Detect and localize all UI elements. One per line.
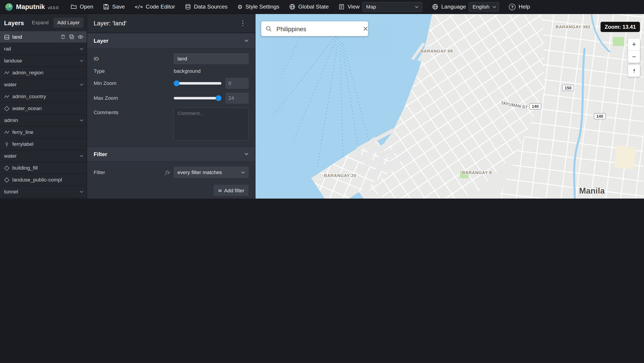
kebab-menu-icon[interactable]: ⋮ [237, 19, 248, 28]
duplicate-layer-icon[interactable] [69, 34, 74, 40]
chevron-down-icon [415, 6, 418, 8]
chevron-down-icon [80, 190, 83, 193]
comments-label: Comments [94, 108, 174, 116]
max-zoom-row: Max Zoom [87, 91, 255, 106]
code-editor-button[interactable]: </> Code Editor [134, 4, 175, 10]
globe-icon [289, 4, 295, 10]
layer-row-label: water [4, 153, 77, 159]
toggle-visibility-eye-icon[interactable] [78, 34, 83, 40]
layer-type-value[interactable]: background [174, 68, 200, 74]
geocoder-search [261, 21, 368, 36]
section-header-filter[interactable]: Filter [87, 146, 255, 162]
comments-textarea[interactable] [174, 108, 248, 140]
layers-sidebar: Layers Expand Add Layer land rail landu [0, 14, 87, 198]
section-header-layer[interactable]: Layer [87, 33, 255, 48]
layer-row[interactable]: admin_country [0, 91, 87, 103]
expression-fx-icon[interactable]: ƒx [165, 169, 170, 175]
min-zoom-slider[interactable] [174, 78, 221, 89]
add-filter-row: ≡ Add filter [87, 180, 255, 198]
layer-row[interactable]: rail [0, 43, 87, 55]
view-menu[interactable]: View Map [339, 2, 422, 12]
slider-handle[interactable] [216, 95, 222, 101]
compass-icon [631, 68, 637, 74]
background-layer-icon [4, 34, 10, 40]
save-button[interactable]: Save [103, 4, 125, 10]
map-label: BARANGAY 99 [420, 48, 453, 54]
add-layer-button[interactable]: Add Layer [54, 18, 83, 28]
layer-row[interactable]: landuse [0, 55, 87, 67]
max-zoom-label: Max Zoom [94, 95, 174, 101]
language-menu[interactable]: Language English [432, 2, 499, 12]
layer-row[interactable]: admin_region [0, 67, 87, 79]
search-icon [265, 26, 272, 32]
id-field-row: ID [87, 48, 255, 66]
road-shield: 150 [562, 85, 574, 91]
layer-editor-titlebar: Layer: 'land' ⋮ [87, 14, 255, 33]
view-select[interactable]: Map [362, 2, 422, 12]
filter-label: Filter [94, 169, 105, 175]
min-zoom-label: Min Zoom [94, 80, 174, 86]
layer-row[interactable]: admin [0, 114, 87, 126]
app-title: Maputnik [16, 3, 45, 10]
data-sources-button[interactable]: Data Sources [185, 4, 228, 10]
layer-row[interactable]: ferry_line [0, 126, 87, 138]
search-input[interactable] [276, 25, 359, 33]
fill-layer-icon [4, 106, 10, 111]
add-filter-button[interactable]: ≡ Add filter [214, 185, 248, 196]
layer-row[interactable]: land [0, 31, 87, 43]
layer-row-label: rail [4, 46, 77, 52]
compass-button[interactable] [628, 65, 640, 77]
brand: Maputnik v3.0.0 [5, 3, 58, 11]
map-label: BARANGAY 382 [556, 24, 590, 29]
global-state-button[interactable]: Global State [289, 4, 329, 10]
layer-row[interactable]: building_fill [0, 162, 87, 174]
code-icon: </> [134, 4, 143, 10]
zoom-in-button[interactable]: + [628, 39, 640, 50]
layer-row-label: landuse_public-compl [12, 177, 83, 183]
line-layer-icon [4, 130, 10, 135]
help-button[interactable]: ? Help [509, 4, 530, 10]
style-settings-button[interactable]: ⚙ Style Settings [237, 4, 279, 10]
map-label: TAYUMAN ST [501, 101, 528, 110]
expand-button[interactable]: Expand [30, 19, 50, 26]
type-field-row: Type background [87, 66, 255, 76]
layer-row[interactable]: ferrylabel [0, 138, 87, 150]
chevron-down-icon [80, 60, 83, 62]
language-globe-icon [432, 4, 438, 10]
save-floppy-icon [103, 4, 109, 10]
layer-row[interactable]: water [0, 79, 87, 91]
slider-handle[interactable] [174, 80, 180, 86]
max-zoom-slider[interactable] [174, 93, 221, 104]
map-canvas[interactable]: BARANGAY 382BARANGAY 99TAYUMAN STBARANGA… [256, 14, 644, 198]
layer-row-label: admin_country [12, 94, 83, 100]
road-shield: 140 [594, 113, 606, 119]
layer-row-label: admin [4, 118, 77, 123]
zoom-out-button[interactable]: − [628, 51, 640, 63]
delete-layer-icon[interactable] [60, 34, 66, 40]
filter-row: Filter ƒx every filter matches [87, 162, 255, 180]
fill-layer-icon [4, 165, 10, 171]
layer-row[interactable]: road [0, 198, 87, 198]
gear-icon: ⚙ [237, 4, 242, 10]
max-zoom-input[interactable] [226, 93, 248, 104]
app-version: v3.0.0 [48, 5, 58, 10]
clear-search-icon[interactable] [363, 26, 368, 32]
map-label: BARANGAY 9 [462, 170, 492, 175]
chevron-down-icon [244, 39, 248, 42]
layer-row[interactable]: tunnel [0, 186, 87, 198]
map-labels-overlay: BARANGAY 382BARANGAY 99TAYUMAN STBARANGA… [256, 14, 644, 198]
chevron-down-icon [80, 83, 83, 86]
filter-combiner-select[interactable]: every filter matches [174, 167, 248, 178]
layer-row[interactable]: water_ocean [0, 103, 87, 114]
min-zoom-input[interactable] [226, 78, 248, 89]
layer-id-input[interactable] [174, 54, 248, 64]
maputnik-app: Maputnik v3.0.0 Open Save </> Code Edito… [0, 0, 644, 198]
list-icon: ≡ [218, 187, 222, 194]
layer-editor-panel: Layer: 'land' ⋮ Layer ID Type background… [87, 14, 256, 198]
layer-row[interactable]: water [0, 150, 87, 162]
layer-row[interactable]: landuse_public-compl [0, 174, 87, 186]
language-select[interactable]: English [469, 2, 499, 12]
layer-row-label: building_fill [12, 165, 83, 171]
layer-row-actions [60, 34, 83, 40]
open-button[interactable]: Open [71, 4, 94, 10]
